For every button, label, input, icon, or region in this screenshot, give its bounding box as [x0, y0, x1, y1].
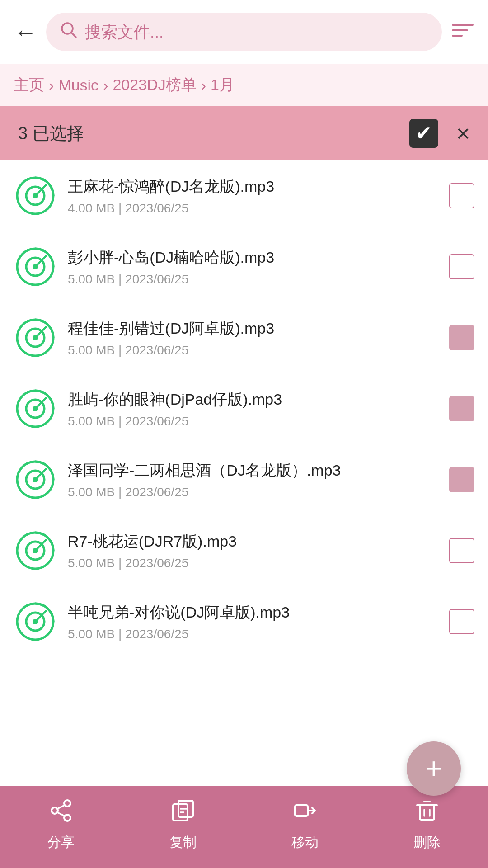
file-name: R7-桃花运(DJR7版).mp3 — [68, 531, 438, 552]
selection-actions: ✔ × — [409, 119, 470, 148]
file-name: 泽国同学-二两相思酒（DJ名龙版）.mp3 — [68, 460, 438, 481]
file-meta: 5.00 MB | 2023/06/25 — [68, 485, 438, 500]
svg-line-1 — [71, 33, 76, 37]
music-file-icon — [14, 600, 57, 643]
file-info: 彭小胖-心岛(DJ楠哈哈版).mp3 5.00 MB | 2023/06/25 — [68, 247, 438, 287]
copy-button[interactable]: 复制 — [169, 799, 197, 852]
file-meta: 5.00 MB | 2023/06/25 — [68, 343, 438, 358]
search-bar[interactable] — [46, 13, 442, 51]
move-button[interactable]: 移动 — [291, 799, 319, 852]
svg-point-28 — [52, 807, 58, 814]
selection-bar: 3 已选择 ✔ × — [0, 106, 488, 160]
fab-icon: + — [425, 752, 442, 785]
file-checkbox[interactable] — [449, 183, 474, 208]
breadcrumb-sep-1: › — [49, 76, 54, 94]
breadcrumb-january: 1月 — [211, 75, 235, 95]
check-all-button[interactable]: ✔ — [409, 119, 438, 148]
music-file-icon — [14, 387, 57, 430]
music-file-icon — [14, 174, 57, 217]
file-checkbox[interactable] — [449, 538, 474, 563]
copy-icon — [171, 799, 195, 828]
bottom-toolbar: 分享 复制 移动 — [0, 786, 488, 868]
file-list: 王麻花-惊鸿醉(DJ名龙版).mp3 4.00 MB | 2023/06/25 … — [0, 160, 488, 657]
file-checkbox[interactable] — [449, 254, 474, 279]
file-meta: 4.00 MB | 2023/06/25 — [68, 201, 438, 216]
file-name: 王麻花-惊鸿醉(DJ名龙版).mp3 — [68, 176, 438, 198]
svg-point-27 — [64, 815, 70, 821]
file-info: 胜屿-你的眼神(DjPad仔版).mp3 5.00 MB | 2023/06/2… — [68, 389, 438, 429]
selection-count: 3 已选择 — [18, 122, 84, 145]
search-icon — [60, 21, 78, 43]
list-item: 半吨兄弟-对你说(DJ阿卓版).mp3 5.00 MB | 2023/06/25 — [0, 586, 488, 657]
file-checkbox[interactable] — [449, 325, 474, 350]
sort-button[interactable] — [451, 19, 474, 44]
file-name: 胜屿-你的眼神(DjPad仔版).mp3 — [68, 389, 438, 410]
file-meta: 5.00 MB | 2023/06/25 — [68, 272, 438, 287]
file-checkbox[interactable] — [449, 467, 474, 492]
check-all-icon: ✔ — [415, 123, 432, 143]
move-label: 移动 — [291, 833, 319, 852]
search-input[interactable] — [85, 23, 428, 42]
file-info: 泽国同学-二两相思酒（DJ名龙版）.mp3 5.00 MB | 2023/06/… — [68, 460, 438, 500]
share-button[interactable]: 分享 — [47, 799, 75, 852]
delete-icon — [415, 799, 439, 828]
header: ← — [0, 0, 488, 64]
breadcrumb-home[interactable]: 主页 — [14, 75, 44, 95]
breadcrumb: 主页 › Music › 2023DJ榜单 › 1月 — [0, 64, 488, 106]
svg-line-30 — [57, 812, 65, 816]
list-item: 泽国同学-二两相思酒（DJ名龙版）.mp3 5.00 MB | 2023/06/… — [0, 444, 488, 515]
list-item: R7-桃花运(DJR7版).mp3 5.00 MB | 2023/06/25 — [0, 515, 488, 586]
list-item: 彭小胖-心岛(DJ楠哈哈版).mp3 5.00 MB | 2023/06/25 — [0, 231, 488, 302]
back-button[interactable]: ← — [14, 20, 37, 44]
share-icon — [49, 799, 73, 828]
list-item: 程佳佳-别错过(DJ阿卓版).mp3 5.00 MB | 2023/06/25 — [0, 302, 488, 373]
breadcrumb-music[interactable]: Music — [58, 76, 99, 94]
delete-button[interactable]: 删除 — [413, 799, 441, 852]
breadcrumb-sep-3: › — [201, 76, 206, 94]
svg-line-29 — [57, 805, 65, 809]
music-file-icon — [14, 458, 57, 501]
svg-rect-35 — [295, 805, 308, 816]
fab-button[interactable]: + — [407, 741, 461, 796]
music-file-icon — [14, 245, 57, 288]
file-info: 王麻花-惊鸿醉(DJ名龙版).mp3 4.00 MB | 2023/06/25 — [68, 176, 438, 216]
share-label: 分享 — [47, 833, 75, 852]
file-checkbox[interactable] — [449, 396, 474, 421]
music-file-icon — [14, 316, 57, 359]
file-name: 程佳佳-别错过(DJ阿卓版).mp3 — [68, 318, 438, 340]
file-meta: 5.00 MB | 2023/06/25 — [68, 556, 438, 571]
list-item: 胜屿-你的眼神(DjPad仔版).mp3 5.00 MB | 2023/06/2… — [0, 373, 488, 444]
delete-label: 删除 — [413, 833, 441, 852]
file-meta: 5.00 MB | 2023/06/25 — [68, 627, 438, 642]
file-checkbox[interactable] — [449, 609, 474, 634]
file-info: 程佳佳-别错过(DJ阿卓版).mp3 5.00 MB | 2023/06/25 — [68, 318, 438, 358]
copy-label: 复制 — [169, 833, 197, 852]
svg-rect-36 — [420, 805, 434, 820]
file-info: R7-桃花运(DJR7版).mp3 5.00 MB | 2023/06/25 — [68, 531, 438, 571]
close-selection-button[interactable]: × — [456, 120, 470, 147]
file-info: 半吨兄弟-对你说(DJ阿卓版).mp3 5.00 MB | 2023/06/25 — [68, 602, 438, 642]
music-file-icon — [14, 529, 57, 572]
file-meta: 5.00 MB | 2023/06/25 — [68, 414, 438, 429]
breadcrumb-2023dj[interactable]: 2023DJ榜单 — [113, 75, 196, 95]
breadcrumb-sep-2: › — [103, 76, 108, 94]
svg-point-26 — [64, 800, 70, 807]
file-name: 半吨兄弟-对你说(DJ阿卓版).mp3 — [68, 602, 438, 623]
file-name: 彭小胖-心岛(DJ楠哈哈版).mp3 — [68, 247, 438, 269]
move-icon — [293, 799, 317, 828]
list-item: 王麻花-惊鸿醉(DJ名龙版).mp3 4.00 MB | 2023/06/25 — [0, 160, 488, 231]
